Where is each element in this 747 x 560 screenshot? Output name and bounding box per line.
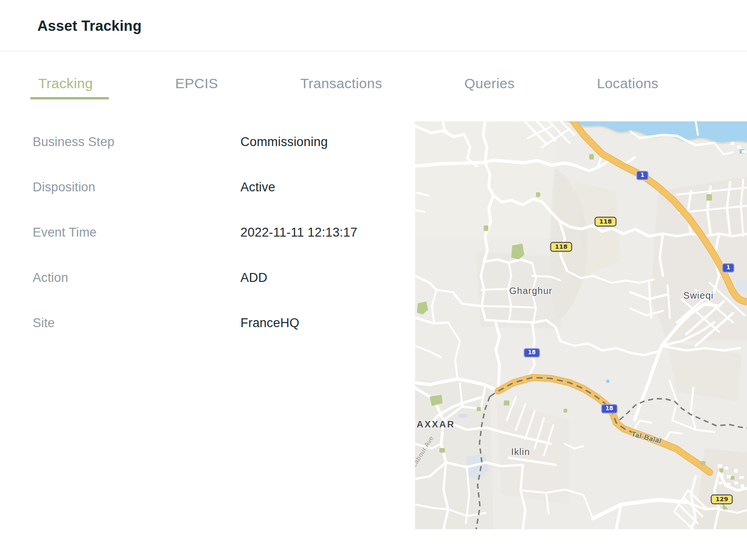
tab-tracking[interactable]: Tracking bbox=[38, 76, 93, 91]
tab-epcis[interactable]: EPCIS bbox=[175, 76, 218, 91]
field-value: Commissioning bbox=[240, 135, 328, 149]
field-disposition: Disposition Active bbox=[0, 180, 411, 199]
field-label: Event Time bbox=[33, 225, 97, 240]
field-label: Site bbox=[33, 316, 55, 330]
field-value: Active bbox=[240, 180, 275, 195]
tab-locations[interactable]: Locations bbox=[597, 76, 658, 91]
field-business-step: Business Step Commissioning bbox=[0, 135, 411, 154]
map-view[interactable]: Gharghur Swieqi NAXXAR Iklin Tal-Balal L… bbox=[415, 121, 747, 529]
field-site: Site FranceHQ bbox=[0, 316, 411, 335]
field-label: Action bbox=[33, 271, 68, 285]
header-divider bbox=[0, 51, 747, 51]
field-value: ADD bbox=[240, 271, 268, 285]
page-title: Asset Tracking bbox=[37, 18, 141, 35]
field-value: 2022-11-11 12:13:17 bbox=[240, 225, 358, 240]
field-action: Action ADD bbox=[0, 271, 411, 289]
tab-transactions[interactable]: Transactions bbox=[300, 76, 382, 91]
field-event-time: Event Time 2022-11-11 12:13:17 bbox=[0, 225, 411, 244]
tab-bar: Tracking EPCIS Transactions Queries Loca… bbox=[38, 76, 658, 91]
field-label: Business Step bbox=[33, 135, 114, 149]
field-label: Disposition bbox=[33, 180, 95, 195]
tab-queries[interactable]: Queries bbox=[465, 76, 515, 91]
map-canvas bbox=[415, 121, 747, 529]
field-value: FranceHQ bbox=[240, 316, 299, 330]
